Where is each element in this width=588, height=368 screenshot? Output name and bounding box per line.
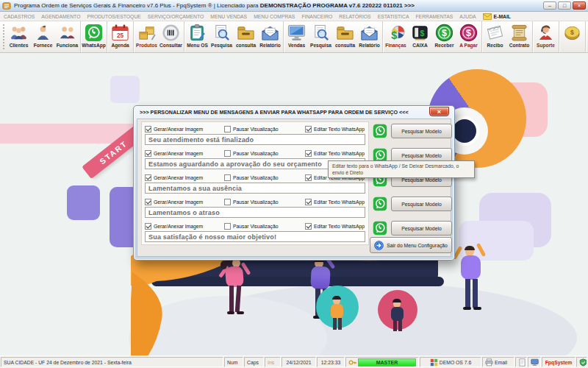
toolbar-button-suporte[interactable]: Suporte bbox=[534, 22, 558, 48]
status-security bbox=[576, 357, 587, 367]
toolbar-button-consulta[interactable]: consulta bbox=[333, 22, 357, 48]
report-icon bbox=[261, 24, 279, 42]
checkbox-box[interactable] bbox=[224, 223, 231, 230]
toolbar-button-agenda[interactable]: 25Agenda bbox=[108, 22, 132, 48]
checkbox-box[interactable] bbox=[224, 174, 231, 181]
maximize-button[interactable]: □ bbox=[558, 1, 571, 10]
checkbox-box[interactable] bbox=[145, 126, 151, 132]
status-location: SUA CIDADE - UF 24 de Dezembro de 2021 -… bbox=[1, 357, 223, 367]
toolbar-button-consultar[interactable]: Consultar bbox=[159, 22, 183, 48]
checkbox-editar-texto-whatsapp[interactable]: Editar Texto WhatsApp bbox=[305, 199, 365, 205]
status-date: 24/12/2021 bbox=[282, 357, 316, 367]
menu-item-ferramentas[interactable]: FERRAMENTAS bbox=[415, 14, 453, 19]
message-input-4[interactable] bbox=[145, 207, 365, 218]
menu-item-email[interactable]: E-MAIL bbox=[483, 13, 511, 20]
toolbar-button-relatorio[interactable]: Relatório bbox=[357, 22, 381, 48]
checkbox-gerar-anexar-imagem[interactable]: Gerar/Anexar Imagem bbox=[145, 126, 221, 132]
toolbar-button-fornece[interactable]: Fornece bbox=[31, 22, 55, 48]
menu-item-servico-orcamento[interactable]: SERVIÇO/ORÇAMENTO bbox=[148, 14, 204, 19]
checkbox-box[interactable] bbox=[305, 150, 312, 157]
toolbar-button-consulta[interactable]: consulta bbox=[234, 22, 258, 48]
checkbox-gerar-anexar-imagem[interactable]: Gerar/Anexar Imagem bbox=[145, 223, 221, 230]
checkbox-pausar-visualizacao[interactable]: Pausar Visualização bbox=[224, 150, 302, 157]
toolbar-button-recibo[interactable]: Recibo bbox=[483, 22, 507, 48]
message-input-5[interactable] bbox=[145, 231, 365, 242]
status-bar: SUA CIDADE - UF 24 de Dezembro de 2021 -… bbox=[0, 355, 588, 368]
toolbar-button-financas[interactable]: $Finanças bbox=[384, 22, 408, 48]
toolbar-button-caixa[interactable]: $CAIXA bbox=[408, 22, 432, 48]
whatsapp-send-button[interactable] bbox=[373, 221, 387, 236]
checkbox-box[interactable] bbox=[224, 126, 231, 132]
dialog-close-button[interactable]: × bbox=[429, 107, 449, 116]
checkbox-pausar-visualizacao[interactable]: Pausar Visualização bbox=[224, 126, 302, 132]
checkbox-box[interactable] bbox=[305, 126, 312, 132]
status-monitor bbox=[528, 357, 541, 367]
toolbar-button-pesquisa[interactable]: Pesquisa bbox=[309, 22, 333, 48]
search-model-button[interactable]: Pesquisar Modelo bbox=[391, 124, 452, 138]
checkbox-box[interactable] bbox=[305, 199, 312, 205]
coin-icon: $ bbox=[563, 24, 581, 42]
checkbox-editar-texto-whatsapp[interactable]: Editar Texto WhatsApp bbox=[305, 126, 365, 132]
checkbox-editar-texto-whatsapp[interactable]: Editar Texto WhatsApp bbox=[305, 223, 365, 230]
menu-item-menu-vendas[interactable]: MENU VENDAS bbox=[210, 14, 247, 19]
whatsapp-send-button[interactable] bbox=[373, 124, 387, 138]
whatsapp-icon bbox=[85, 24, 103, 42]
menu-item-menu-compras[interactable]: MENU COMPRAS bbox=[254, 14, 295, 19]
message-row: Gerar/Anexar ImagemPausar VisualizaçãoEd… bbox=[145, 198, 365, 220]
search-doc-icon bbox=[312, 24, 330, 42]
checkbox-box[interactable] bbox=[305, 174, 312, 181]
menu-item-estatistica[interactable]: ESTATISTICA bbox=[378, 14, 409, 19]
toolbar-button-clientes[interactable]: Clientes bbox=[7, 22, 31, 48]
checkbox-box[interactable] bbox=[145, 223, 151, 230]
toolbar-button-pesquisa[interactable]: Pesquisa bbox=[209, 22, 234, 48]
checkbox-box[interactable] bbox=[224, 150, 231, 157]
toolbar-button-a-pagar[interactable]: $A Pagar bbox=[456, 22, 481, 48]
toolbar-button-contrato[interactable]: Contrato bbox=[507, 22, 531, 48]
illustration-kid-teal bbox=[316, 286, 359, 337]
toolbar-button-relatorio[interactable]: Relatório bbox=[258, 22, 282, 48]
checkbox-box[interactable] bbox=[305, 223, 312, 230]
search-model-button[interactable]: Pesquisar Modelo bbox=[391, 221, 452, 236]
checkbox-editar-texto-whatsapp[interactable]: Editar Texto WhatsApp bbox=[305, 150, 365, 157]
menu-item-cadastros[interactable]: CADASTROS bbox=[4, 14, 35, 19]
whatsapp-send-button[interactable] bbox=[373, 197, 387, 211]
toolbar-button-vendas[interactable]: Vendas bbox=[284, 22, 309, 48]
menu-item-relatorios[interactable]: RELATÓRIOS bbox=[339, 14, 370, 19]
checkbox-box[interactable] bbox=[145, 199, 151, 205]
close-button[interactable]: × bbox=[573, 1, 586, 10]
checkbox-gerar-anexar-imagem[interactable]: Gerar/Anexar Imagem bbox=[145, 199, 221, 205]
message-input-3[interactable] bbox=[145, 183, 365, 194]
menu-item-agendamento[interactable]: AGENDAMENTO bbox=[41, 14, 80, 19]
checkbox-box[interactable] bbox=[145, 174, 151, 181]
exit-config-button[interactable]: Sair do Menu Configuração bbox=[370, 237, 452, 253]
message-input-1[interactable] bbox=[145, 134, 365, 145]
app-icon bbox=[2, 1, 11, 10]
illustration-person-3 bbox=[456, 247, 491, 314]
checkbox-gerar-anexar-imagem[interactable]: Gerar/Anexar Imagem bbox=[145, 150, 221, 157]
checkbox-box[interactable] bbox=[224, 199, 231, 205]
checkbox-gerar-anexar-imagem[interactable]: Gerar/Anexar Imagem bbox=[145, 174, 221, 181]
toolbar-button-funciona[interactable]: Funciona bbox=[55, 22, 79, 48]
illustration-kid-pink bbox=[378, 290, 417, 339]
message-rows-panel: Gerar/Anexar ImagemPausar VisualizaçãoEd… bbox=[141, 121, 369, 245]
checkbox-pausar-visualizacao[interactable]: Pausar Visualização bbox=[224, 174, 302, 181]
toolbar-button-coin-icon[interactable]: $ bbox=[560, 22, 584, 43]
search-model-button[interactable]: Pesquisar Modelo bbox=[391, 197, 452, 211]
status-num: Num bbox=[224, 357, 243, 367]
toolbar-button-whatsapp[interactable]: WhatsApp bbox=[82, 22, 106, 48]
dollar-red-icon: $ bbox=[459, 24, 478, 42]
checkbox-pausar-visualizacao[interactable]: Pausar Visualização bbox=[224, 223, 302, 230]
checkbox-pausar-visualizacao[interactable]: Pausar Visualização bbox=[224, 199, 302, 205]
toolbar-button-produtos[interactable]: Produtos bbox=[135, 22, 159, 48]
menu-item-produtos-estoque[interactable]: PRODUTOS/ESTOQUE bbox=[87, 14, 140, 19]
minimize-button[interactable]: – bbox=[543, 1, 556, 10]
toolbar-button-receber[interactable]: $Receber bbox=[432, 22, 456, 48]
menu-item-financeiro[interactable]: FINANCEIRO bbox=[301, 14, 332, 19]
checkbox-box[interactable] bbox=[145, 150, 151, 157]
message-row: Gerar/Anexar ImagemPausar VisualizaçãoEd… bbox=[145, 125, 365, 147]
toolbar: ClientesForneceFuncionaWhatsApp25AgendaP… bbox=[0, 21, 588, 53]
toolbar-button-menu-os[interactable]: Menu OS bbox=[185, 22, 209, 48]
menu-item-ajuda[interactable]: AJUDA bbox=[459, 14, 476, 19]
contract-icon bbox=[510, 24, 528, 42]
svg-text:$: $ bbox=[570, 29, 574, 36]
